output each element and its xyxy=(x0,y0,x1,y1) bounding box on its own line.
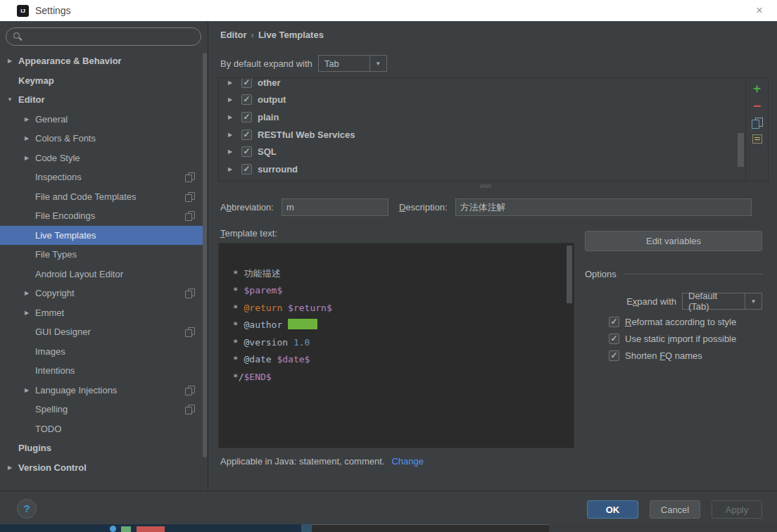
chevron-right-icon[interactable]: ▶ xyxy=(23,387,31,393)
sidebar-item-live-templates[interactable]: Live Templates xyxy=(0,226,203,246)
background-window-strip xyxy=(0,524,777,532)
checkbox-icon[interactable]: ✓ xyxy=(241,94,252,105)
editor-scrollbar-thumb[interactable] xyxy=(567,246,572,303)
checkbox-icon[interactable]: ✓ xyxy=(609,350,619,361)
help-button[interactable]: ? xyxy=(17,499,37,519)
sidebar-scrollbar-thumb[interactable] xyxy=(203,53,207,457)
show-description-icon[interactable] xyxy=(752,134,762,144)
sidebar-item-todo[interactable]: TODO xyxy=(0,419,203,439)
chevron-right-icon[interactable]: ▶ xyxy=(23,310,31,316)
close-icon[interactable]: × xyxy=(752,3,767,18)
sidebar-item-general[interactable]: ▶General xyxy=(0,110,203,129)
sidebar-item-gui-designer[interactable]: GUI Designer xyxy=(0,322,203,342)
option-checkbox-use-static-import-if-possible[interactable]: ✓Use static import if possible xyxy=(609,334,736,344)
sidebar-item-label: Language Injections xyxy=(35,385,117,395)
ok-button[interactable]: OK xyxy=(587,500,638,519)
template-group-row-output[interactable]: ▶✓output xyxy=(219,91,745,109)
sidebar-item-copyright[interactable]: ▶Copyright xyxy=(0,284,203,303)
copy-icon xyxy=(185,405,194,414)
dialog-footer: ? OK Cancel Apply xyxy=(0,490,777,524)
sidebar-item-code-style[interactable]: ▶Code Style xyxy=(0,148,203,168)
chevron-right-icon[interactable]: ▶ xyxy=(6,58,14,64)
copy-icon xyxy=(185,327,194,336)
chevron-right-icon[interactable]: ▶ xyxy=(226,80,234,86)
copy-icon xyxy=(185,211,194,220)
chevron-right-icon[interactable]: ▶ xyxy=(23,290,31,296)
chevron-right-icon[interactable]: ▶ xyxy=(226,166,234,172)
sidebar-item-appearance-behavior[interactable]: ▶Appearance & Behavior xyxy=(0,51,203,71)
option-checkbox-reformat-according-to-style[interactable]: ✓Reformat according to style xyxy=(609,317,736,327)
code-line: * @return $return$ xyxy=(227,300,574,317)
chevron-right-icon[interactable]: ▶ xyxy=(6,464,14,471)
sidebar-item-build-execution-deployment[interactable]: ▶Build, Execution, Deployment xyxy=(0,477,203,483)
chevron-down-icon[interactable]: ▼ xyxy=(745,293,762,309)
sidebar-item-intentions[interactable]: Intentions xyxy=(0,361,203,381)
checkbox-icon[interactable]: ✓ xyxy=(241,164,252,175)
sidebar-item-version-control[interactable]: ▶Version Control xyxy=(0,458,203,478)
chevron-right-icon[interactable]: ▶ xyxy=(226,114,234,120)
sidebar-item-file-types[interactable]: File Types xyxy=(0,245,203,265)
default-expand-combobox[interactable]: Tab ▼ xyxy=(318,55,387,72)
sidebar-item-android-layout-editor[interactable]: Android Layout Editor xyxy=(0,265,203,284)
breadcrumb-editor: Editor xyxy=(220,30,247,40)
code-token: $date$ xyxy=(277,354,310,365)
copy-icon xyxy=(185,289,194,298)
sidebar-item-language-injections[interactable]: ▶Language Injections xyxy=(0,381,203,400)
template-group-row-restful-web-services[interactable]: ▶✓RESTful Web Services xyxy=(219,126,745,144)
template-list-scrollbar-thumb[interactable] xyxy=(738,133,744,167)
abbreviation-field[interactable] xyxy=(282,198,388,216)
sidebar-item-spelling[interactable]: Spelling xyxy=(0,400,203,419)
sidebar-item-emmet[interactable]: ▶Emmet xyxy=(0,303,203,323)
sidebar-item-label: Android Layout Editor xyxy=(35,269,123,279)
chevron-right-icon[interactable]: ▶ xyxy=(23,135,31,141)
template-group-row-surround[interactable]: ▶✓surround xyxy=(219,160,745,178)
sidebar-item-images[interactable]: Images xyxy=(0,342,203,362)
template-group-label: output xyxy=(258,94,286,105)
sidebar-item-plugins[interactable]: Plugins xyxy=(0,438,203,458)
chevron-down-icon[interactable]: ▼ xyxy=(369,56,386,71)
checkbox-icon[interactable]: ✓ xyxy=(609,334,619,344)
chevron-right-icon[interactable]: ▶ xyxy=(226,148,234,155)
checkbox-icon[interactable]: ✓ xyxy=(241,112,252,122)
checkbox-icon[interactable]: ✓ xyxy=(241,146,252,157)
chevron-right-icon[interactable]: ▶ xyxy=(226,96,234,103)
sidebar-item-editor[interactable]: ▼Editor xyxy=(0,90,203,110)
template-group-row-plain[interactable]: ▶✓plain xyxy=(219,108,745,126)
change-link[interactable]: Change xyxy=(391,456,424,467)
sidebar-item-file-and-code-templates[interactable]: File and Code Templates xyxy=(0,187,203,207)
code-token: $END$ xyxy=(244,372,271,382)
settings-search-box[interactable] xyxy=(6,27,201,46)
checkbox-icon[interactable]: ✓ xyxy=(609,317,619,327)
sidebar-item-colors-fonts[interactable]: ▶Colors & Fonts xyxy=(0,129,203,148)
option-checkbox-shorten-fq-names[interactable]: ✓Shorten FQ names xyxy=(609,350,736,361)
add-icon[interactable]: + xyxy=(753,82,761,95)
code-line: * $parem$ xyxy=(227,282,574,300)
sidebar-item-inspections[interactable]: Inspections xyxy=(0,167,203,187)
search-input[interactable] xyxy=(26,32,194,42)
chevron-right-icon[interactable]: ▶ xyxy=(226,132,234,138)
checkbox-icon[interactable]: ✓ xyxy=(241,77,252,88)
chevron-right-icon[interactable]: ▶ xyxy=(23,116,31,122)
cancel-button[interactable]: Cancel xyxy=(650,500,700,519)
template-group-row-other[interactable]: ▶✓other xyxy=(219,77,745,91)
chevron-down-icon[interactable]: ▼ xyxy=(6,96,14,103)
sidebar-item-file-encodings[interactable]: File Encodings xyxy=(0,206,203,226)
description-field[interactable] xyxy=(455,198,752,216)
background-fragment-blue xyxy=(301,524,312,532)
remove-icon[interactable]: − xyxy=(753,101,761,111)
template-group-list-wrap: ▶✓other▶✓output▶✓plain▶✓RESTful Web Serv… xyxy=(218,77,746,182)
expand-with-combobox[interactable]: Default (Tab) ▼ xyxy=(682,293,762,310)
sidebar-item-label: Spelling xyxy=(35,404,68,414)
template-group-row-sql[interactable]: ▶✓SQL xyxy=(219,143,745,160)
code-token: * 功能描述 xyxy=(227,268,280,279)
description-label: Description: xyxy=(399,202,448,213)
template-text-editor[interactable]: * 功能描述 * $parem$ * @return $return$ * @a… xyxy=(218,243,574,448)
chevron-right-icon[interactable]: ▶ xyxy=(23,155,31,161)
edit-variables-button[interactable]: Edit variables xyxy=(585,231,762,251)
title-bar: IJ Settings × xyxy=(0,0,777,21)
duplicate-icon[interactable] xyxy=(752,118,762,128)
applicable-text: Applicable in Java: statement, comment. xyxy=(220,456,384,467)
splitter-handle[interactable]: ///// xyxy=(209,182,777,190)
checkbox-icon[interactable]: ✓ xyxy=(241,129,252,140)
sidebar-item-keymap[interactable]: Keymap xyxy=(0,71,203,91)
